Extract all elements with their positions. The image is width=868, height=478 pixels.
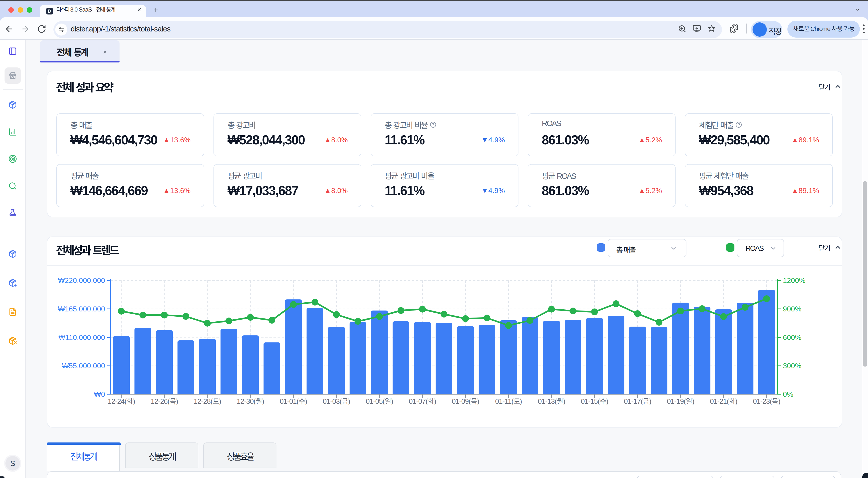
svg-text:01-21(화): 01-21(화) <box>710 397 737 405</box>
svg-text:01-01(수): 01-01(수) <box>280 397 307 405</box>
svg-text:₩165,000,000: ₩165,000,000 <box>58 305 105 313</box>
svg-text:₩220,000,000: ₩220,000,000 <box>58 276 105 285</box>
svg-text:01-11(토): 01-11(토) <box>495 397 522 405</box>
svg-text:600%: 600% <box>783 333 801 342</box>
svg-text:01-19(일): 01-19(일) <box>667 397 694 405</box>
svg-text:01-09(목): 01-09(목) <box>452 397 479 405</box>
svg-text:01-17(금): 01-17(금) <box>624 397 651 405</box>
svg-text:900%: 900% <box>783 305 801 313</box>
svg-text:1200%: 1200% <box>783 276 806 285</box>
svg-text:₩110,000,000: ₩110,000,000 <box>58 333 105 342</box>
svg-text:0%: 0% <box>783 390 793 398</box>
svg-text:12-28(토): 12-28(토) <box>194 397 221 405</box>
svg-text:01-23(목): 01-23(목) <box>753 397 780 405</box>
svg-text:01-07(화): 01-07(화) <box>409 397 436 405</box>
svg-text:12-24(화): 12-24(화) <box>108 397 135 405</box>
svg-text:01-05(일): 01-05(일) <box>366 397 393 405</box>
svg-text:12-26(목): 12-26(목) <box>151 397 178 405</box>
svg-text:01-13(월): 01-13(월) <box>538 397 565 405</box>
svg-text:01-03(금): 01-03(금) <box>323 397 350 405</box>
svg-text:01-15(수): 01-15(수) <box>581 397 608 405</box>
svg-text:300%: 300% <box>783 362 801 370</box>
svg-text:₩55,000,000: ₩55,000,000 <box>62 362 105 370</box>
svg-text:12-30(월): 12-30(월) <box>237 397 264 405</box>
svg-text:₩0: ₩0 <box>94 390 105 398</box>
